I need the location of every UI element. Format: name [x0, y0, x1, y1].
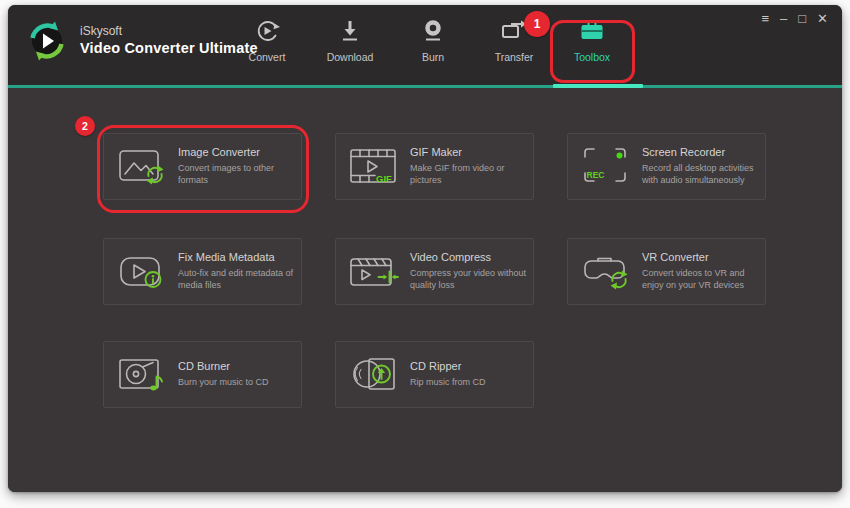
transfer-icon: [500, 14, 528, 48]
tab-download[interactable]: Download: [305, 14, 395, 78]
cd-burner-icon: [117, 353, 169, 397]
tab-convert[interactable]: Convert: [229, 14, 305, 78]
card-subtitle: Rip music from CD: [410, 377, 486, 389]
vr-converter-icon: [581, 250, 633, 294]
card-title: Fix Media Metadata: [178, 251, 295, 263]
tab-label: Transfer: [495, 51, 534, 63]
maximize-icon[interactable]: □: [798, 11, 806, 27]
card-subtitle: Convert images to other formats: [178, 163, 295, 186]
cd-ripper-icon: [349, 353, 401, 397]
card-vr-converter[interactable]: VR Converter Convert videos to VR and en…: [567, 238, 766, 305]
tab-transfer[interactable]: Transfer: [471, 14, 557, 78]
gif-label: GIF: [376, 172, 392, 183]
app-brand: iSkysoft Video Converter Ultimate: [24, 18, 258, 64]
card-cd-burner[interactable]: CD Burner Burn your music to CD: [103, 341, 302, 408]
fix-media-metadata-icon: [117, 250, 169, 294]
window-controls: ≡ – □ ✕: [761, 11, 828, 27]
toolbox-panel: Image Converter Convert images to other …: [8, 88, 842, 492]
tab-label: Toolbox: [574, 51, 610, 63]
card-subtitle: Auto-fix and edit metadata of media file…: [178, 268, 295, 291]
card-title: GIF Maker: [410, 146, 527, 158]
app-window: iSkysoft Video Converter Ultimate Conver…: [8, 5, 842, 492]
gif-maker-icon: GIF: [349, 145, 401, 189]
card-gif-maker[interactable]: GIF GIF Maker Make GIF from video or pic…: [335, 133, 534, 200]
card-title: Screen Recorder: [642, 146, 759, 158]
card-title: CD Ripper: [410, 360, 486, 372]
tab-label: Burn: [422, 51, 444, 63]
header-bar: iSkysoft Video Converter Ultimate Conver…: [8, 5, 842, 85]
tab-burn[interactable]: Burn: [395, 14, 471, 78]
card-subtitle: Compress your video without quality loss: [410, 268, 527, 291]
close-icon[interactable]: ✕: [817, 11, 828, 27]
tab-label: Download: [327, 51, 374, 63]
card-cd-ripper[interactable]: CD Ripper Rip music from CD: [335, 341, 534, 408]
video-compress-icon: [349, 250, 401, 294]
minimize-icon[interactable]: –: [780, 11, 787, 27]
rec-label: REC: [587, 169, 605, 179]
card-title: CD Burner: [178, 360, 269, 372]
card-image-converter[interactable]: Image Converter Convert images to other …: [103, 133, 302, 200]
toolbox-icon: [579, 14, 605, 48]
main-nav: Convert Download: [229, 14, 627, 78]
card-fix-media-metadata[interactable]: Fix Media Metadata Auto-fix and edit met…: [103, 238, 302, 305]
convert-icon: [254, 14, 280, 48]
card-title: Video Compress: [410, 251, 527, 263]
burn-icon: [421, 14, 445, 48]
tab-label: Convert: [249, 51, 286, 63]
card-subtitle: Burn your music to CD: [178, 377, 269, 389]
card-video-compress[interactable]: Video Compress Compress your video witho…: [335, 238, 534, 305]
menu-icon[interactable]: ≡: [761, 11, 769, 27]
download-icon: [338, 14, 362, 48]
card-title: VR Converter: [642, 251, 759, 263]
card-subtitle: Record all desktop activities with audio…: [642, 163, 759, 186]
tab-toolbox[interactable]: Toolbox: [557, 14, 627, 78]
card-subtitle: Make GIF from video or pictures: [410, 163, 527, 186]
app-logo-icon: [24, 18, 70, 64]
card-subtitle: Convert videos to VR and enjoy on your V…: [642, 268, 759, 291]
card-screen-recorder[interactable]: REC Screen Recorder Record all desktop a…: [567, 133, 766, 200]
screen-recorder-icon: REC: [581, 145, 633, 189]
image-converter-icon: [117, 145, 169, 189]
card-title: Image Converter: [178, 146, 295, 158]
